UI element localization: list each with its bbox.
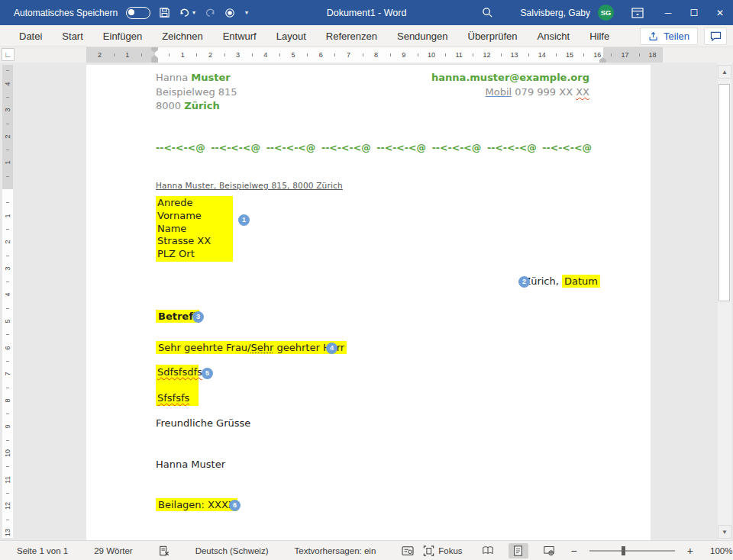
sender-street: Beispielweg 815 [156,85,237,100]
ribbon-tab[interactable]: Datei [9,25,52,47]
rose-symbol: --<-<-<@ [487,142,537,153]
horizontal-ruler[interactable]: 21123456789101112131415161718 [86,47,663,63]
ribbon-right: Teilen [640,27,727,45]
document-title: Dokument1 - Word [327,0,407,25]
status-bar: Seite 1 von 1 29 Wörter Deutsch (Schweiz… [0,540,733,560]
body-word-2: Sfsfsfs [157,392,199,405]
ribbon-tab[interactable]: Ansicht [528,25,580,47]
recipient-address-block[interactable]: AnredeVorname NameStrasse XXPLZ Ort [156,196,233,262]
ribbon-tab[interactable]: Start [52,25,92,47]
mobile-number: 079 999 XX [512,86,576,98]
undo-button[interactable]: ▾ [179,7,195,18]
ribbon-tab[interactable]: Layout [266,25,316,47]
quick-access-toolbar: Automatisches Speichern ▾ ▾ [0,7,248,19]
vertical-ruler[interactable]: 432112345678910111213 [2,65,13,538]
proofing-errors-icon[interactable] [154,545,174,557]
enclosure-text: Beilagen: XXXX [156,498,237,511]
rose-symbol: --<-<-<@ [432,142,482,153]
rose-symbol: --<-<-<@ [376,142,426,153]
ribbon-tab[interactable]: Referenzen [316,25,387,47]
scroll-up-icon[interactable]: ▲ [718,65,731,79]
share-label: Teilen [664,31,689,42]
redo-button[interactable] [204,7,216,18]
focus-label: Fokus [438,546,462,555]
callout-badge-2: 2 [518,276,530,288]
sender-email: hanna.muster@example.org [431,71,589,85]
zoom-percentage[interactable]: 100% [706,546,733,556]
salutation-part2-grammar: Sehr [251,342,274,353]
sender-name-line: Hanna Muster [156,71,237,85]
callout-badge-3: 3 [192,311,204,323]
ribbon-tab[interactable]: Überprüfen [458,25,528,47]
body-placeholder-block: Sdfsfsdfs Sfsfsfs [156,365,199,406]
save-icon[interactable] [159,7,170,18]
date-placeholder: Datum [562,275,600,288]
page-indicator[interactable]: Seite 1 von 1 [12,546,73,556]
sender-first-name: Hanna [156,72,188,83]
sender-mobile-line: Mobil 079 999 XX XX [431,85,589,100]
undo-dropdown-icon[interactable]: ▾ [192,9,195,16]
print-layout-icon[interactable] [509,543,528,558]
ribbon-tab-bar: DateiStartEinfügenZeichnenEntwurfLayoutR… [0,25,733,47]
date-line: Zürich, Datum [524,275,600,287]
record-icon[interactable] [224,8,235,18]
mobile-label: Mobil [486,86,512,98]
callout-badge-4: 4 [326,343,337,354]
vertical-scrollbar[interactable]: ▲ ▼ [718,63,731,540]
callout-badge-6: 6 [229,500,241,511]
scroll-down-icon[interactable]: ▼ [718,525,731,539]
comments-icon[interactable] [704,27,727,45]
search-icon[interactable] [475,0,501,25]
rose-symbol: --<-<-<@ [266,142,316,153]
first-line-indent-marker[interactable] [151,47,158,53]
sender-block: Hanna Muster Beispielweg 815 8000 Zürich [156,71,237,114]
ruler-row: ∟ 21123456789101112131415161718 [0,47,733,63]
avatar[interactable]: SG [598,5,614,21]
titlebar-right: Salvisberg, Gaby SG ─ ☐ ✕ [475,0,733,25]
sender-city: Zürich [184,100,220,111]
autosave-toggle[interactable] [126,7,150,19]
maximize-button[interactable]: ☐ [681,0,707,25]
recipient-line: PLZ Ort [157,248,233,261]
text-predictions[interactable]: Textvorhersagen: ein [290,546,381,556]
contact-block: hanna.muster@example.org Mobil 079 999 X… [431,71,589,99]
ribbon-display-options-icon[interactable] [625,0,651,25]
recipient-line: Anrede [157,197,233,210]
zoom-slider[interactable] [589,550,675,552]
rose-symbol: --<-<-<@ [156,142,205,153]
sender-zip: 8000 [156,100,181,111]
language-indicator[interactable]: Deutsch (Schweiz) [191,546,273,556]
ribbon-tab[interactable]: Sendungen [387,25,458,47]
focus-mode-button[interactable]: Fokus [418,545,467,557]
qat-customize-chevron-icon[interactable]: ▾ [244,9,248,16]
signature-line: Hanna Muster [156,459,225,470]
read-mode-icon[interactable] [478,543,498,558]
ribbon-tab[interactable]: Zeichnen [152,25,212,47]
hanging-indent-marker[interactable] [151,55,158,63]
statusbar-left: Seite 1 von 1 29 Wörter Deutsch (Schweiz… [0,545,418,557]
tab-stop-selector[interactable]: ∟ [2,48,15,61]
zoom-slider-thumb[interactable] [622,546,625,555]
callout-badge-1: 1 [238,214,250,226]
rose-symbol: --<-<-<@ [321,142,371,153]
ribbon-tab[interactable]: Hilfe [580,25,619,47]
share-button[interactable]: Teilen [640,27,698,45]
body-word-1: Sdfsfsdfs [157,366,199,379]
minimize-button[interactable]: ─ [655,0,681,25]
editor-icon[interactable] [397,545,418,557]
toggle-knob [128,9,134,15]
statusbar-right: Fokus − + 100% [418,543,733,558]
ribbon-tab[interactable]: Entwurf [213,25,266,47]
scrollbar-thumb[interactable] [718,84,730,301]
close-button[interactable]: ✕ [707,0,733,25]
ribbon-tab[interactable]: Einfügen [93,25,152,47]
user-name[interactable]: Salvisberg, Gaby [521,8,590,18]
document-area: 432112345678910111213 Hanna Muster Beisp… [0,63,733,540]
zoom-in-button[interactable]: + [686,545,695,557]
ribbon-tabs: DateiStartEinfügenZeichnenEntwurfLayoutR… [0,25,619,47]
return-address-line: Hanna Muster, Beispielweg 815, 8000 Züri… [156,181,343,190]
word-count[interactable]: 29 Wörter [89,546,137,556]
zoom-out-button[interactable]: − [570,545,579,557]
web-layout-icon[interactable] [539,543,559,558]
document-page[interactable]: Hanna Muster Beispielweg 815 8000 Zürich… [86,65,651,540]
